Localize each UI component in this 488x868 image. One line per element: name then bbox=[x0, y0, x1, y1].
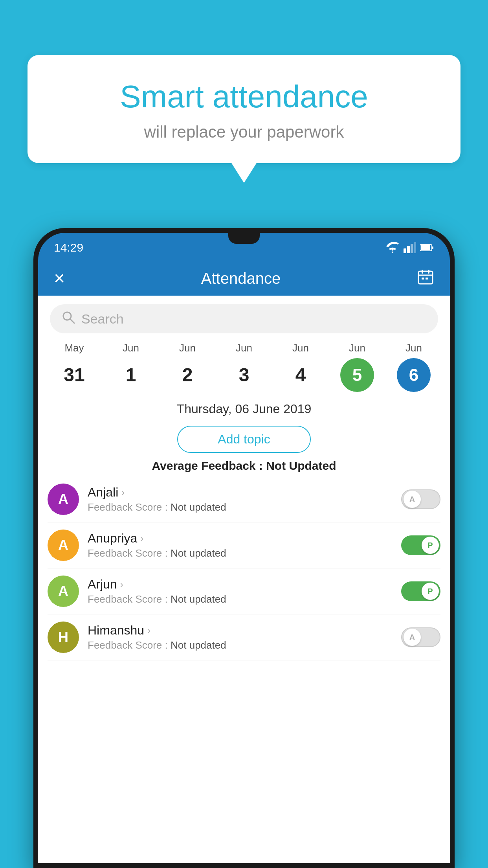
attendance-toggle[interactable]: A bbox=[401, 627, 440, 647]
date-cell-5[interactable]: Jun5 bbox=[329, 342, 385, 392]
chevron-icon: › bbox=[121, 487, 125, 498]
date-cell-31[interactable]: May31 bbox=[46, 342, 103, 392]
svg-rect-5 bbox=[421, 245, 430, 250]
close-button[interactable]: × bbox=[54, 269, 65, 288]
toggle-knob: P bbox=[422, 583, 439, 600]
student-name: Anupriya › bbox=[88, 531, 393, 546]
avg-feedback: Average Feedback : Not Updated bbox=[38, 459, 450, 473]
chevron-icon: › bbox=[147, 625, 150, 636]
toggle-knob: P bbox=[422, 537, 439, 554]
attendance-toggle[interactable]: P bbox=[401, 535, 440, 555]
student-list: AAnjali ›Feedback Score : Not updatedAAA… bbox=[38, 476, 450, 660]
student-item[interactable]: AAnupriya ›Feedback Score : Not updatedP bbox=[48, 522, 440, 568]
feedback-score: Feedback Score : Not updated bbox=[88, 547, 393, 559]
date-cell-2[interactable]: Jun2 bbox=[159, 342, 216, 392]
battery-icon bbox=[420, 244, 434, 252]
attendance-toggle[interactable]: A bbox=[401, 489, 440, 509]
date-cell-6[interactable]: Jun6 bbox=[385, 342, 442, 392]
svg-line-14 bbox=[70, 319, 74, 323]
signal-icon bbox=[404, 242, 416, 253]
chevron-icon: › bbox=[120, 579, 123, 590]
phone-frame: 14:29 bbox=[33, 228, 455, 868]
svg-rect-11 bbox=[422, 278, 424, 280]
toggle-knob: A bbox=[404, 629, 421, 646]
calendar-button[interactable] bbox=[417, 268, 434, 289]
selected-date-label: Thursday, 06 June 2019 bbox=[38, 396, 450, 419]
svg-rect-8 bbox=[422, 270, 423, 274]
student-item[interactable]: AArjun ›Feedback Score : Not updatedP bbox=[48, 568, 440, 614]
svg-rect-6 bbox=[432, 246, 433, 249]
attendance-toggle[interactable]: P bbox=[401, 581, 440, 601]
date-row: May31Jun1Jun2Jun3Jun4Jun5Jun6 bbox=[38, 342, 450, 392]
svg-rect-1 bbox=[407, 246, 410, 253]
search-input[interactable]: Search bbox=[81, 311, 124, 327]
date-cell-4[interactable]: Jun4 bbox=[272, 342, 329, 392]
screen-content: Search May31Jun1Jun2Jun3Jun4Jun5Jun6 Thu… bbox=[38, 296, 450, 863]
bubble-subtitle: will replace your paperwork bbox=[47, 123, 441, 142]
speech-bubble: Smart attendance will replace your paper… bbox=[28, 55, 460, 163]
search-icon bbox=[62, 311, 75, 327]
toggle-knob: A bbox=[404, 491, 421, 508]
svg-rect-7 bbox=[418, 271, 433, 284]
svg-rect-9 bbox=[428, 270, 429, 274]
student-item[interactable]: HHimanshu ›Feedback Score : Not updatedA bbox=[48, 614, 440, 660]
date-cell-1[interactable]: Jun1 bbox=[103, 342, 159, 392]
feedback-score: Feedback Score : Not updated bbox=[88, 593, 393, 605]
avatar: A bbox=[48, 576, 79, 607]
status-icons bbox=[385, 242, 434, 253]
student-name: Himanshu › bbox=[88, 623, 393, 638]
avatar: A bbox=[48, 530, 79, 561]
svg-rect-12 bbox=[426, 278, 428, 280]
svg-rect-0 bbox=[404, 248, 406, 253]
search-bar[interactable]: Search bbox=[50, 304, 438, 333]
wifi-icon bbox=[385, 242, 400, 253]
add-topic-button[interactable]: Add topic bbox=[177, 426, 311, 453]
svg-rect-2 bbox=[411, 244, 413, 253]
avg-feedback-label: Average Feedback : bbox=[152, 459, 262, 472]
phone-notch bbox=[228, 233, 260, 244]
student-item[interactable]: AAnjali ›Feedback Score : Not updatedA bbox=[48, 476, 440, 522]
bubble-title: Smart attendance bbox=[47, 79, 441, 115]
status-time: 14:29 bbox=[54, 241, 83, 254]
app-title: Attendance bbox=[201, 270, 281, 287]
feedback-score: Feedback Score : Not updated bbox=[88, 501, 393, 513]
svg-rect-3 bbox=[414, 242, 416, 253]
student-name: Anjali › bbox=[88, 485, 393, 500]
avg-feedback-value: Not Updated bbox=[266, 459, 336, 472]
avatar: H bbox=[48, 622, 79, 653]
date-cell-3[interactable]: Jun3 bbox=[216, 342, 272, 392]
avatar: A bbox=[48, 484, 79, 515]
student-name: Arjun › bbox=[88, 577, 393, 592]
app-header: × Attendance bbox=[38, 261, 450, 296]
chevron-icon: › bbox=[140, 533, 143, 544]
feedback-score: Feedback Score : Not updated bbox=[88, 639, 393, 651]
